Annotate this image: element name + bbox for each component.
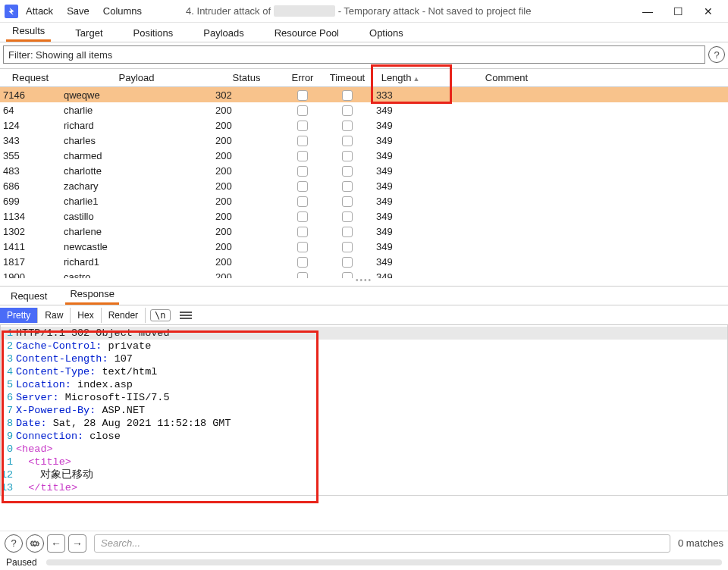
table-row[interactable]: 7146qweqwe302333 bbox=[0, 87, 728, 102]
status-text: Paused bbox=[6, 557, 37, 568]
progress-track bbox=[46, 559, 722, 565]
inspector-tabbar: Request Response bbox=[0, 286, 728, 305]
title-bar: Attack Save Columns 4. Intruder attack o… bbox=[0, 0, 728, 23]
subtab-request[interactable]: Request bbox=[6, 287, 52, 305]
subtab-response[interactable]: Response bbox=[65, 285, 119, 305]
hamburger-icon[interactable] bbox=[180, 312, 192, 319]
view-raw-button[interactable]: Raw bbox=[38, 308, 71, 323]
tab-payloads[interactable]: Payloads bbox=[197, 24, 249, 42]
window-title-redacted: ████ ████ bbox=[271, 5, 338, 17]
filter-input[interactable]: Filter: Showing all items bbox=[3, 45, 705, 64]
timeout-checkbox[interactable] bbox=[342, 136, 353, 146]
status-bar: Paused bbox=[0, 555, 728, 570]
timeout-checkbox[interactable] bbox=[342, 257, 353, 268]
col-error[interactable]: Error bbox=[281, 72, 325, 83]
search-input[interactable]: Search... bbox=[94, 534, 670, 553]
tab-positions[interactable]: Positions bbox=[127, 24, 180, 42]
table-row[interactable]: 699charlie1200349 bbox=[0, 193, 728, 208]
tab-target[interactable]: Target bbox=[69, 24, 108, 42]
col-timeout[interactable]: Timeout bbox=[325, 72, 370, 83]
error-checkbox[interactable] bbox=[297, 227, 308, 237]
timeout-checkbox[interactable] bbox=[342, 242, 353, 252]
timeout-checkbox[interactable] bbox=[342, 90, 353, 101]
help-button[interactable]: ? bbox=[5, 534, 23, 553]
col-request[interactable]: Request bbox=[0, 72, 61, 83]
tab-options[interactable]: Options bbox=[363, 24, 410, 42]
timeout-checkbox[interactable] bbox=[342, 166, 353, 177]
tab-resource-pool[interactable]: Resource Pool bbox=[268, 24, 345, 42]
error-checkbox[interactable] bbox=[297, 105, 308, 116]
timeout-checkbox[interactable] bbox=[342, 196, 353, 207]
table-header-row: Request Payload Status Error Timeout Len… bbox=[0, 69, 728, 87]
prev-match-button[interactable]: ← bbox=[47, 534, 65, 553]
settings-gear-icon[interactable] bbox=[26, 534, 44, 553]
next-match-button[interactable]: → bbox=[68, 534, 86, 553]
window-close-button[interactable]: ✕ bbox=[693, 1, 723, 22]
sort-asc-icon: ▲ bbox=[413, 75, 419, 83]
view-pretty-button[interactable]: Pretty bbox=[0, 308, 38, 323]
timeout-checkbox[interactable] bbox=[342, 151, 353, 161]
splitter-handle[interactable]: •••• bbox=[0, 278, 728, 286]
filter-row: Filter: Showing all items ? bbox=[3, 45, 725, 64]
results-table: Request Payload Status Error Timeout Len… bbox=[0, 68, 728, 286]
error-checkbox[interactable] bbox=[297, 90, 308, 101]
table-row[interactable]: 355charmed200349 bbox=[0, 148, 728, 163]
table-row[interactable]: 1817richard1200349 bbox=[0, 254, 728, 269]
view-mode-bar: Pretty Raw Hex Render \n bbox=[0, 305, 728, 325]
table-body: 7146qweqwe30233364charlie200349124richar… bbox=[0, 87, 728, 278]
tab-results[interactable]: Results bbox=[6, 22, 51, 42]
error-checkbox[interactable] bbox=[297, 136, 308, 146]
table-row[interactable]: 64charlie200349 bbox=[0, 102, 728, 117]
error-checkbox[interactable] bbox=[297, 257, 308, 268]
table-row[interactable]: 1302charlene200349 bbox=[0, 224, 728, 239]
col-payload[interactable]: Payload bbox=[61, 72, 212, 83]
error-checkbox[interactable] bbox=[297, 181, 308, 192]
col-length[interactable]: Length▲ bbox=[370, 72, 431, 83]
timeout-checkbox[interactable] bbox=[342, 272, 353, 278]
match-count: 0 matches bbox=[678, 537, 723, 549]
window-title-prefix: 4. Intruder attack of bbox=[186, 5, 271, 17]
menu-attack[interactable]: Attack bbox=[26, 5, 53, 17]
window-maximize-button[interactable]: ☐ bbox=[663, 1, 693, 22]
error-checkbox[interactable] bbox=[297, 166, 308, 177]
error-checkbox[interactable] bbox=[297, 272, 308, 278]
window-title-suffix: - Temporary attack - Not saved to projec… bbox=[338, 5, 532, 17]
menu-columns[interactable]: Columns bbox=[103, 5, 142, 17]
col-comment[interactable]: Comment bbox=[431, 72, 582, 83]
timeout-checkbox[interactable] bbox=[342, 121, 353, 131]
table-row[interactable]: 343charles200349 bbox=[0, 133, 728, 148]
timeout-checkbox[interactable] bbox=[342, 181, 353, 192]
table-row[interactable]: 1411newcastle200349 bbox=[0, 239, 728, 254]
timeout-checkbox[interactable] bbox=[342, 211, 353, 222]
bottom-bar: ? ← → Search... 0 matches bbox=[0, 531, 728, 555]
col-status[interactable]: Status bbox=[212, 72, 281, 83]
menu-save[interactable]: Save bbox=[67, 5, 89, 17]
timeout-checkbox[interactable] bbox=[342, 227, 353, 237]
table-row[interactable]: 483charlotte200349 bbox=[0, 163, 728, 178]
line-gutter: 123456789011213141516 bbox=[1, 325, 14, 496]
error-checkbox[interactable] bbox=[297, 151, 308, 161]
table-row[interactable]: 686zachary200349 bbox=[0, 178, 728, 193]
help-icon[interactable]: ? bbox=[708, 46, 725, 63]
table-row[interactable]: 124richard200349 bbox=[0, 117, 728, 133]
error-checkbox[interactable] bbox=[297, 121, 308, 131]
table-row[interactable]: 1134castillo200349 bbox=[0, 208, 728, 224]
error-checkbox[interactable] bbox=[297, 196, 308, 207]
app-icon bbox=[5, 5, 18, 18]
response-code: HTTP/1.1 302 Object movedCache-Control: … bbox=[16, 327, 231, 496]
error-checkbox[interactable] bbox=[297, 211, 308, 222]
window-minimize-button[interactable]: — bbox=[632, 1, 663, 22]
error-checkbox[interactable] bbox=[297, 242, 308, 252]
newline-toggle[interactable]: \n bbox=[150, 309, 170, 321]
response-editor[interactable]: 123456789011213141516 HTTP/1.1 302 Objec… bbox=[0, 325, 728, 496]
view-render-button[interactable]: Render bbox=[102, 308, 146, 323]
view-hex-button[interactable]: Hex bbox=[71, 308, 101, 323]
timeout-checkbox[interactable] bbox=[342, 105, 353, 116]
main-tabbar: Results Target Positions Payloads Resour… bbox=[0, 23, 728, 42]
